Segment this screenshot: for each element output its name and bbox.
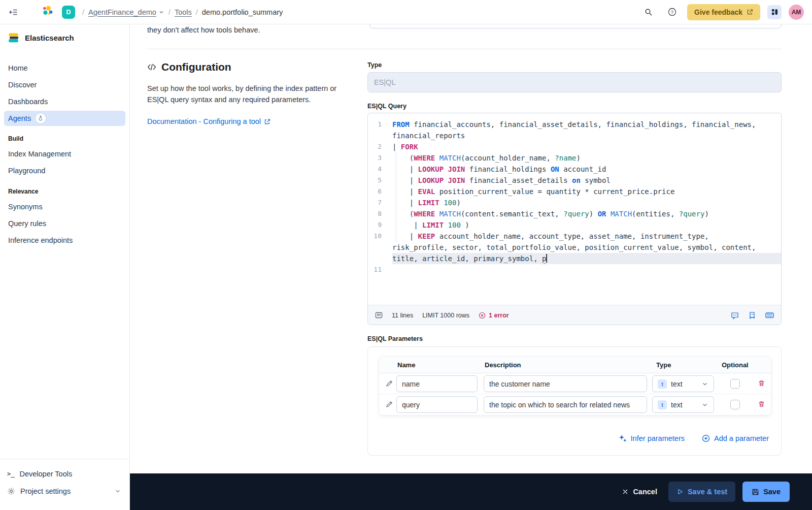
param-delete-button[interactable] xyxy=(758,379,765,387)
external-link-icon xyxy=(264,118,270,125)
play-icon xyxy=(676,488,684,495)
feedback-comment-button[interactable] xyxy=(731,311,739,320)
sidebar-item-discover[interactable]: Discover xyxy=(0,76,129,93)
code-editor-area[interactable]: 1FROM financial_accounts, financial_asse… xyxy=(368,113,781,305)
code-line: 7 | LIMIT 100) xyxy=(368,197,781,208)
cancel-button[interactable]: Cancel xyxy=(622,488,657,496)
line-number: 9 xyxy=(368,219,392,231)
chevron-down-icon xyxy=(158,9,164,15)
param-type-select[interactable]: ttext xyxy=(652,396,714,413)
sidebar-item-project-settings[interactable]: Project settings xyxy=(0,483,129,500)
code-line: 9 | LIMIT 100 ) xyxy=(368,219,781,231)
code-line: 5 | LOOKUP JOIN financial_asset_details … xyxy=(368,175,781,186)
apps-menu-button[interactable] xyxy=(767,5,782,19)
breadcrumb-project[interactable]: AgentFinance_demo xyxy=(88,8,164,16)
comment-icon xyxy=(731,311,739,320)
save-button[interactable]: Save xyxy=(742,482,790,502)
line-number: 1 xyxy=(368,119,392,130)
error-count-button[interactable]: 1 error xyxy=(479,312,509,319)
line-number: 5 xyxy=(368,175,392,186)
line-number: 6 xyxy=(368,186,392,197)
param-delete-button[interactable] xyxy=(758,400,765,408)
elastic-logo[interactable] xyxy=(42,6,53,19)
code-icon xyxy=(147,62,156,72)
error-icon xyxy=(479,312,486,319)
project-badge[interactable]: D xyxy=(62,6,75,19)
code-line: 3 (WHERE MATCH(account_holder_name, ?nam… xyxy=(368,152,781,164)
app-title: Elasticsearch xyxy=(25,34,74,42)
param-description-input[interactable] xyxy=(484,375,647,392)
sidebar-section-relevance: Relevance xyxy=(0,185,129,198)
breadcrumb-current: demo.portfolio_summary xyxy=(202,8,283,16)
code-line: financial_reports xyxy=(368,130,781,141)
infer-parameters-button[interactable]: Infer parameters xyxy=(619,434,685,442)
chevron-down-icon xyxy=(701,380,708,388)
bottom-action-bar: Cancel Save & test Save xyxy=(130,473,812,510)
configuration-description: Set up how the tool works, by defining t… xyxy=(147,83,359,105)
sparkles-icon xyxy=(619,434,627,442)
sidebar-footer: >_ Developer Tools Project settings xyxy=(0,459,129,510)
limit-rows-button[interactable]: LIMIT 1000 rows xyxy=(422,312,469,319)
sidebar-item-index-management[interactable]: Index Management xyxy=(0,145,129,162)
apps-grid-icon xyxy=(771,8,779,16)
keyboard-shortcuts-button[interactable] xyxy=(765,311,774,320)
param-name-input[interactable] xyxy=(396,396,478,413)
param-optional-checkbox[interactable] xyxy=(730,379,740,389)
parameters-panel: Name Description Type Optional ttextttex… xyxy=(367,346,782,456)
column-header-optional: Optional xyxy=(722,361,749,369)
elastic-logo-icon xyxy=(42,6,53,17)
chevron-down-icon xyxy=(701,401,708,408)
documentation-link[interactable]: Documentation - Configuring a tool xyxy=(147,117,270,125)
tech-preview-badge xyxy=(35,113,46,124)
sidebar-item-playground[interactable]: Playground xyxy=(0,162,129,179)
line-number: 8 xyxy=(368,208,392,219)
parameters-actions: Infer parameters Add a parameter xyxy=(619,434,769,442)
esql-query-editor: 1FROM financial_accounts, financial_asse… xyxy=(367,113,782,325)
pencil-icon xyxy=(385,379,393,388)
sidebar-app-header: Elasticsearch xyxy=(0,24,129,44)
line-number: 2 xyxy=(368,141,392,152)
param-description-input[interactable] xyxy=(484,396,647,413)
plus-in-circle-icon xyxy=(702,434,710,442)
line-number xyxy=(368,130,392,141)
sidebar-item-inference-endpoints[interactable]: Inference endpoints xyxy=(0,232,129,248)
code-line: 10 | KEEP account_holder_name, account_t… xyxy=(368,231,781,242)
line-number: 7 xyxy=(368,197,392,208)
documentation-button[interactable] xyxy=(748,311,756,320)
code-line: 8 (WHERE MATCH(content.semantic_text, ?q… xyxy=(368,208,781,219)
type-field[interactable]: ES|QL xyxy=(367,72,782,92)
line-number xyxy=(368,253,392,264)
sidebar-item-developer-tools[interactable]: >_ Developer Tools xyxy=(0,465,129,483)
sidebar-item-agents[interactable]: Agents xyxy=(4,111,125,126)
help-button[interactable]: ? xyxy=(664,4,680,20)
trash-icon xyxy=(758,379,765,387)
sidebar-item-home[interactable]: Home xyxy=(0,59,129,76)
param-name-input[interactable] xyxy=(396,375,478,392)
code-line: 2| FORK xyxy=(368,141,781,152)
line-number: 10 xyxy=(368,231,392,242)
user-avatar[interactable]: AM xyxy=(789,5,804,20)
line-number: 11 xyxy=(368,264,392,275)
top-header: D / AgentFinance_demo / Tools / demo.por… xyxy=(0,0,812,24)
flask-icon xyxy=(38,115,44,121)
wrap-lines-icon[interactable] xyxy=(375,311,383,319)
breadcrumb-tools[interactable]: Tools xyxy=(175,8,192,16)
console-icon: >_ xyxy=(7,470,14,477)
external-link-icon xyxy=(747,9,753,15)
add-parameter-button[interactable]: Add a parameter xyxy=(702,434,769,442)
keyboard-icon xyxy=(765,311,774,320)
sidebar-item-query-rules[interactable]: Query rules xyxy=(0,215,129,232)
param-type-select[interactable]: ttext xyxy=(652,375,714,392)
search-button[interactable] xyxy=(640,4,657,20)
parameters-rows: ttextttext xyxy=(379,373,771,415)
sidebar-item-dashboards[interactable]: Dashboards xyxy=(0,93,129,110)
editor-footer: 11 lines LIMIT 1000 rows 1 error xyxy=(368,305,781,325)
sidebar-item-synonyms[interactable]: Synonyms xyxy=(0,198,129,215)
give-feedback-button[interactable]: Give feedback xyxy=(687,4,760,20)
collapse-sidebar-button[interactable] xyxy=(5,4,21,20)
save-disk-icon xyxy=(752,488,759,496)
close-icon xyxy=(622,488,629,495)
param-optional-checkbox[interactable] xyxy=(730,400,740,409)
save-and-test-button[interactable]: Save & test xyxy=(668,482,735,502)
text-cursor xyxy=(546,254,547,263)
